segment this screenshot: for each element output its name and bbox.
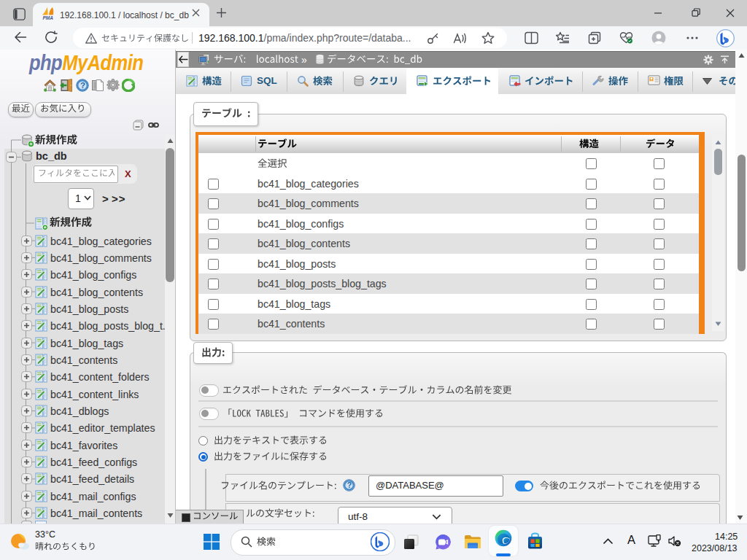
svg-text:PMA: PMA	[43, 15, 54, 20]
svg-text:?: ?	[347, 481, 352, 489]
